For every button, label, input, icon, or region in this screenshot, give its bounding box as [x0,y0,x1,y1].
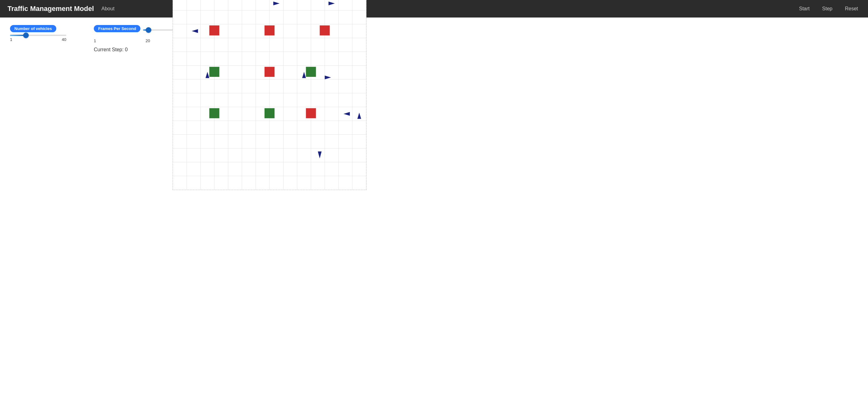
fps-max: 20 [146,38,150,43]
arrow-up-2 [302,72,306,78]
red-vehicle-1 [209,25,219,35]
vehicles-label: Number of vehicles [10,25,56,32]
arrow-up-3 [358,113,361,119]
red-vehicle-4 [265,67,275,77]
about-link[interactable]: About [101,6,115,11]
green-vehicle-4 [265,108,275,118]
red-vehicle-5 [306,108,316,118]
green-vehicle-3 [209,108,219,118]
arrow-right-2 [329,2,335,5]
arrow-left-2 [344,112,350,116]
red-vehicle-2 [265,25,275,35]
app-title: Traffic Management Model [7,5,94,13]
grid-svg [173,0,366,190]
current-step-label: Current Step: 0 [94,47,128,52]
arrow-right-1 [273,2,280,5]
vehicles-slider-group: Number of vehicles 1 40 [10,25,79,42]
vehicles-min: 1 [10,37,12,42]
current-step-value: 0 [125,47,128,52]
fps-label: Frames Per Second [94,25,141,32]
start-button[interactable]: Start [796,5,812,13]
fps-minmax: 1 20 [94,38,150,43]
arrow-up-1 [206,72,209,78]
step-button[interactable]: Step [819,5,835,13]
arrow-down-1 [318,152,322,159]
vehicles-track-row [10,35,79,36]
vehicles-slider[interactable] [10,35,66,36]
vehicles-max: 40 [62,37,66,42]
header-actions: Start Step Reset [796,5,861,13]
arrow-right-3 [325,76,331,79]
green-vehicle-1 [209,67,219,77]
main-content: Number of vehicles 1 40 Frames Per Secon… [0,18,868,417]
simulation-grid [173,0,367,190]
fps-min: 1 [94,38,96,43]
red-vehicle-3 [320,25,330,35]
arrow-left-1 [192,29,198,33]
green-vehicle-2 [306,67,316,77]
vehicles-minmax: 1 40 [10,37,66,42]
controls-row: Number of vehicles 1 40 Frames Per Secon… [10,25,858,53]
app-header: Traffic Management Model About Start Ste… [0,0,868,18]
reset-button[interactable]: Reset [842,5,861,13]
